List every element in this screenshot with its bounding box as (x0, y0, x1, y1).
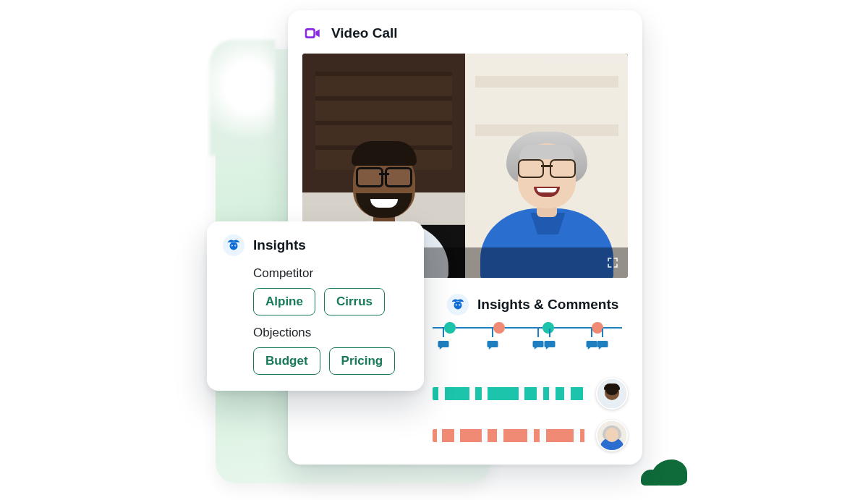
speaker-1-avatar[interactable] (596, 378, 628, 410)
speaker-1-talk-track[interactable] (433, 387, 586, 400)
svg-point-10 (231, 245, 232, 246)
timeline-comment-icon[interactable] (542, 339, 557, 352)
insights-competitor-chips: Alpine Cirrus (223, 288, 408, 315)
talk-segment (488, 429, 497, 442)
insights-card: Insights Competitor Alpine Cirrus Object… (207, 221, 424, 391)
insights-objections-chips: Budget Pricing (223, 347, 408, 375)
speaker-2-avatar[interactable] (596, 420, 628, 452)
talk-segment (475, 387, 481, 400)
insights-header: Insights (223, 234, 408, 256)
insights-section-competitor-label: Competitor (223, 266, 408, 281)
speaker-row-1 (433, 378, 628, 410)
talk-segment (442, 429, 454, 442)
speaker-2-talk-track[interactable] (433, 429, 586, 442)
talk-segment (546, 429, 574, 442)
speaker-row-2 (433, 420, 628, 452)
talk-segment (433, 387, 438, 400)
timeline-comment-icon[interactable] (436, 339, 451, 352)
video-participant-2[interactable] (465, 54, 628, 278)
timeline-marker[interactable] (444, 322, 456, 334)
timeline-marker[interactable] (493, 322, 505, 334)
einstein-icon (447, 294, 469, 315)
talk-segment (580, 429, 584, 442)
timeline-comment-icon[interactable] (595, 339, 610, 352)
chip-alpine[interactable]: Alpine (253, 288, 315, 315)
chip-budget[interactable]: Budget (253, 347, 320, 375)
svg-point-11 (235, 245, 236, 246)
talk-segment (445, 387, 469, 400)
talk-segment (543, 387, 549, 400)
timeline-comment-icon[interactable] (485, 339, 500, 352)
talk-segment (571, 387, 583, 400)
video-call-title: Video Call (331, 25, 398, 41)
insights-timeline[interactable] (433, 327, 622, 368)
talk-segment (433, 429, 437, 442)
talk-segment (534, 429, 540, 442)
insights-comments-title: Insights & Comments (477, 297, 618, 313)
talk-segment (460, 429, 482, 442)
svg-point-2 (454, 301, 462, 309)
svg-point-5 (456, 305, 456, 305)
fullscreen-icon[interactable] (606, 256, 619, 269)
video-camera-icon (302, 23, 323, 43)
talk-segment (488, 387, 518, 400)
chip-cirrus[interactable]: Cirrus (324, 288, 385, 315)
video-call-header: Video Call (302, 23, 628, 43)
svg-rect-1 (307, 30, 313, 37)
talk-segment (556, 387, 565, 400)
decorative-bush (651, 459, 687, 486)
talk-segment (503, 429, 528, 442)
insights-title: Insights (253, 237, 306, 253)
insights-section-objections-label: Objections (223, 326, 408, 340)
timeline-marker[interactable] (542, 322, 554, 334)
svg-point-6 (459, 305, 460, 305)
talk-segment (524, 387, 537, 400)
background-sky-accent (210, 40, 275, 156)
svg-point-7 (230, 242, 238, 250)
einstein-icon (223, 234, 244, 256)
chip-pricing[interactable]: Pricing (329, 347, 396, 375)
